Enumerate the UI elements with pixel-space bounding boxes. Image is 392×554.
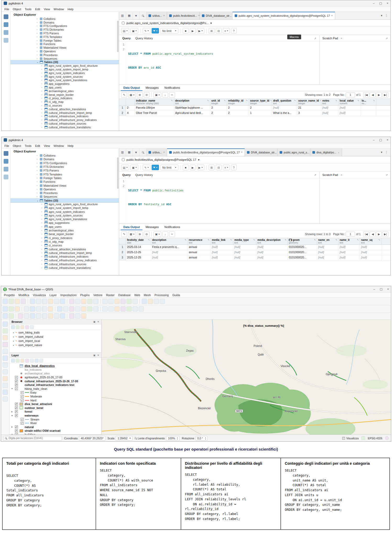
table-row[interactable]: 2 2025-12-25 [null] annual [null] [null]… xyxy=(119,250,390,255)
dashboard-icon[interactable] xyxy=(4,151,8,156)
panel-tool-icon[interactable] xyxy=(30,359,34,363)
layer-item[interactable]: Easy xyxy=(9,391,101,395)
tree-item[interactable]: › Sequences xyxy=(10,195,119,198)
chevron-right-icon[interactable]: › xyxy=(41,82,43,85)
scratch-pad-close-icon[interactable]: × xyxy=(341,174,342,176)
last-page-button[interactable]: ▶| xyxy=(382,92,388,98)
tree-item[interactable]: › Foreign Tables xyxy=(10,176,119,180)
toolbar-icon[interactable] xyxy=(60,313,65,319)
minimize-icon[interactable] xyxy=(373,2,374,5)
tree-item-table[interactable]: › cultural_infrastructure_translations xyxy=(10,266,119,270)
column-header[interactable]: notes text xyxy=(321,99,339,105)
coordinate-value[interactable]: 40,4369° 20,2523° xyxy=(79,436,105,441)
layer-checkbox[interactable] xyxy=(15,425,18,428)
toolbar-icon[interactable] xyxy=(36,306,41,312)
expander-icon[interactable] xyxy=(12,411,14,413)
toolbar-icon[interactable] xyxy=(30,313,35,319)
menu-item[interactable]: Impostazioni xyxy=(58,293,78,297)
scratch-pad-area[interactable] xyxy=(320,42,390,84)
maximize-icon[interactable] xyxy=(379,2,382,5)
toolbar-icon[interactable] xyxy=(139,306,144,312)
toolbar-icon[interactable] xyxy=(93,299,98,304)
expander-icon[interactable] xyxy=(12,387,14,390)
toolbar-icon[interactable] xyxy=(87,306,92,312)
tree-item-table[interactable]: › berat_region_border xyxy=(10,93,119,97)
tree-item[interactable]: › Materialized Views xyxy=(10,46,119,49)
tree-item-table[interactable]: › cultural_infrastructure_sources xyxy=(10,262,119,266)
toolbar-icon[interactable] xyxy=(3,313,8,319)
table-row[interactable]: 3 2025-12-25 [null] annual [null] [null]… xyxy=(119,255,390,261)
chevron-right-icon[interactable]: › xyxy=(37,54,39,56)
layer-checkbox[interactable] xyxy=(21,418,24,421)
column-header[interactable]: name_it text xyxy=(339,238,360,245)
tab-close-icon[interactable]: × xyxy=(331,14,333,17)
chevron-right-icon[interactable]: › xyxy=(37,158,39,160)
save-data-button[interactable]: ▣▾ xyxy=(153,92,161,98)
chevron-right-icon[interactable]: › xyxy=(41,90,43,92)
tree-item[interactable]: › FTS Configurations xyxy=(10,161,119,165)
chevron-right-icon[interactable]: › xyxy=(41,79,43,81)
expand-icon[interactable]: ↗ xyxy=(314,174,316,176)
toolbar-icon[interactable] xyxy=(93,306,98,312)
layer-item[interactable]: River xyxy=(9,421,101,425)
maximize-icon[interactable] xyxy=(379,138,382,142)
toolbar-icon[interactable] xyxy=(120,306,126,312)
layer-item[interactable]: cultural_infrastructure_2025-10-26_17-00 xyxy=(9,379,101,383)
column-header[interactable]: local_value numeric xyxy=(339,99,361,105)
layer-checkbox[interactable] xyxy=(21,399,24,402)
expand-icon[interactable]: ↗ xyxy=(386,174,388,176)
chevron-right-icon[interactable]: › xyxy=(41,86,43,89)
tree-item-tables[interactable]: ⌄ Tables (33) xyxy=(10,60,119,64)
tree-item[interactable]: › FTS Dictionaries xyxy=(10,165,119,169)
chevron-right-icon[interactable]: › xyxy=(41,115,43,118)
toolbar-icon[interactable] xyxy=(75,299,80,304)
chevron-right-icon[interactable]: › xyxy=(41,255,43,258)
menu-item[interactable]: Object xyxy=(11,7,23,11)
tree-item[interactable]: › FTS Dictionaries xyxy=(10,28,119,31)
commit-button[interactable]: ⊞ xyxy=(209,165,214,170)
layer-checkbox[interactable] xyxy=(21,395,24,398)
commit-button[interactable]: ⊞ xyxy=(209,28,214,34)
toolbar-icon[interactable] xyxy=(114,306,120,312)
chevron-right-icon[interactable]: › xyxy=(41,233,43,235)
chevron-right-icon[interactable]: › xyxy=(37,25,39,27)
add-row-button[interactable]: ✎ xyxy=(121,92,127,98)
tree-item-table[interactable]: › app_suggestions xyxy=(10,82,119,86)
toolbar-icon[interactable] xyxy=(142,299,147,304)
query-tool-icon[interactable]: ▥ xyxy=(119,148,126,156)
toolbar-icon[interactable] xyxy=(30,306,35,312)
menu-item[interactable]: Visualizza xyxy=(31,293,48,297)
toolbar-icon[interactable] xyxy=(42,313,47,319)
filter-icon[interactable]: ▼ xyxy=(133,12,140,19)
toolbar-icon[interactable] xyxy=(48,299,53,304)
menu-item[interactable]: Help xyxy=(66,7,75,11)
title-bar[interactable]: pgAdmin 4 xyxy=(2,0,390,7)
prev-page-button[interactable]: ◀ xyxy=(370,92,376,98)
macros-button[interactable]: ≡▾ xyxy=(223,28,230,34)
chevron-right-icon[interactable]: › xyxy=(41,97,43,99)
column-header[interactable]: reliability_id integer xyxy=(227,99,249,105)
maximize-icon[interactable] xyxy=(380,287,382,291)
chevron-right-icon[interactable]: › xyxy=(41,207,43,209)
output-tab[interactable]: Messages xyxy=(143,224,161,230)
layer-item[interactable]: Hard xyxy=(9,398,101,402)
menu-item[interactable]: Raster xyxy=(104,293,116,297)
first-page-button[interactable]: |◀ xyxy=(363,231,369,237)
tool-icon[interactable] xyxy=(3,396,8,402)
scrollbar[interactable] xyxy=(117,21,119,52)
tree-item-table[interactable]: › cultural_infrastructure_proxy_indicato… xyxy=(10,118,119,122)
tree-item-table[interactable]: › agro_rural_system_indicators xyxy=(10,210,119,213)
connection-string[interactable]: public.agro_rural_system_indicators/diva… xyxy=(126,21,208,25)
tab-query-history[interactable]: Query History xyxy=(135,173,153,176)
toolbar-icon[interactable] xyxy=(87,299,92,304)
menu-item[interactable]: Processing xyxy=(153,293,170,297)
tree-item-table[interactable]: › ci_sdg_map xyxy=(10,240,119,243)
chevron-right-icon[interactable]: › xyxy=(37,39,39,42)
toolbar-icon[interactable] xyxy=(48,306,53,312)
output-tab[interactable]: Messages xyxy=(143,85,161,91)
column-header[interactable]: media_type text xyxy=(233,238,256,245)
tree-item[interactable]: › Functions xyxy=(10,180,119,184)
tool-icon[interactable] xyxy=(3,383,8,388)
expand-icon[interactable]: ↗ xyxy=(314,37,316,40)
toolbar-icon[interactable] xyxy=(30,299,35,304)
